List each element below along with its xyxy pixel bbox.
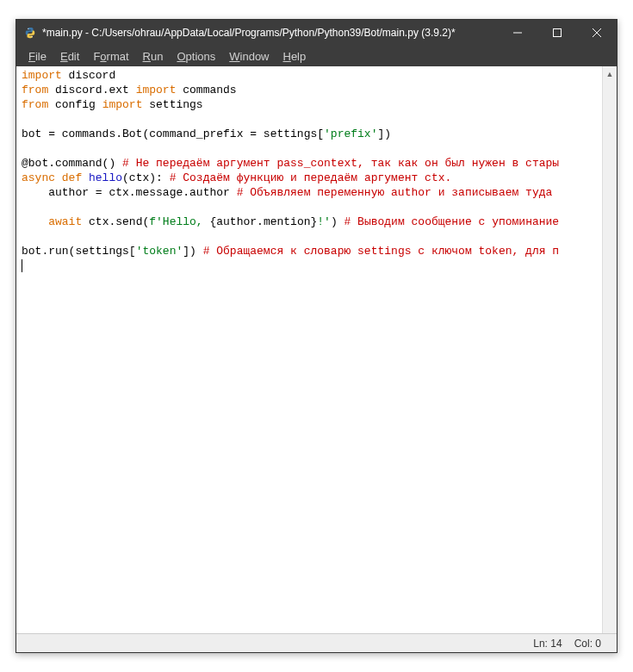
menu-file[interactable]: File [22,48,53,65]
maximize-button[interactable] [537,20,577,46]
scroll-up-icon[interactable]: ▲ [603,66,617,81]
idle-window: *main.py - C:/Users/ohrau/AppData/Local/… [16,19,617,653]
statusbar: Ln: 14 Col: 0 [16,633,617,652]
status-line: Ln: 14 [533,638,562,650]
window-title: *main.py - C:/Users/ohrau/AppData/Local/… [42,27,498,39]
menu-options[interactable]: Options [170,48,222,65]
code-editor[interactable]: import discord from discord.ext import c… [16,66,602,633]
menu-run[interactable]: Run [136,48,171,65]
titlebar[interactable]: *main.py - C:/Users/ohrau/AppData/Local/… [16,20,617,46]
window-controls [498,20,617,46]
svg-point-0 [28,28,28,29]
vertical-scrollbar[interactable]: ▲ [602,66,617,633]
menu-help[interactable]: Help [276,48,313,65]
python-file-icon [23,26,37,40]
editor-area: import discord from discord.ext import c… [16,66,617,633]
svg-rect-3 [554,29,562,37]
menu-window[interactable]: Window [222,48,276,65]
menu-format[interactable]: Format [86,48,135,65]
menubar: File Edit Format Run Options Window Help [16,46,617,66]
status-col: Col: 0 [574,638,601,650]
svg-point-1 [32,36,33,37]
text-cursor [22,259,22,272]
minimize-button[interactable] [498,20,537,46]
close-button[interactable] [577,20,617,46]
menu-edit[interactable]: Edit [53,48,86,65]
